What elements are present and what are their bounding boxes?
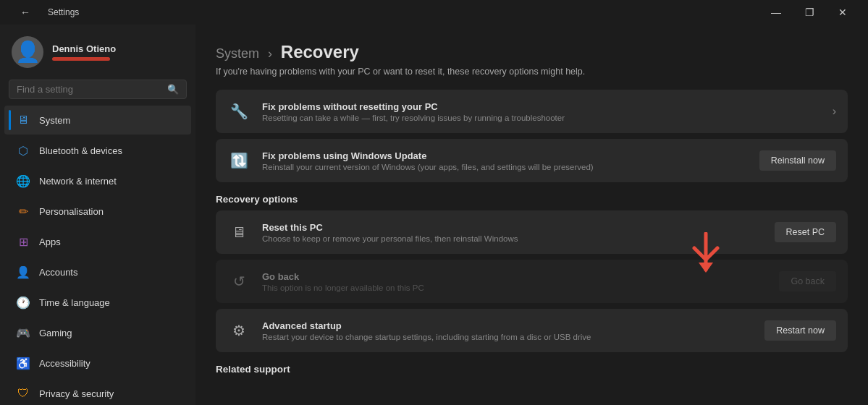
sidebar-item-label: Bluetooth & devices (39, 145, 122, 156)
reset-pc-card[interactable]: 🖥 Reset this PC Choose to keep or remove… (216, 210, 848, 254)
sidebar-item-time[interactable]: 🕐 Time & language (4, 288, 191, 317)
titlebar-left: ← Settings (9, 0, 759, 25)
breadcrumb-parent: System (216, 46, 259, 61)
chevron-right-icon: › (833, 105, 836, 117)
sidebar-item-label: Time & language (39, 297, 110, 308)
go-back-action: Go back (779, 271, 836, 291)
go-back-title: Go back (262, 271, 767, 282)
gaming-icon: 🎮 (16, 325, 30, 340)
accessibility-icon: ♿ (16, 356, 30, 370)
fix-pc-action: › (833, 105, 836, 118)
fix-update-title: Fix problems using Windows Update (262, 150, 748, 161)
personalisation-icon: ✏ (16, 204, 30, 218)
titlebar: ← Settings — ❐ ✕ (0, 0, 868, 25)
time-icon: 🕐 (16, 295, 30, 310)
sidebar-item-label: Accounts (39, 267, 77, 278)
reinstall-now-action: Reinstall now (759, 150, 836, 171)
sidebar-item-accounts[interactable]: 👤 Accounts (4, 257, 191, 286)
reset-pc-text: Reset this PC Choose to keep or remove y… (262, 222, 763, 243)
breadcrumb: System › Recovery (216, 42, 848, 62)
main-content: System › Recovery If you're having probl… (195, 25, 868, 405)
sidebar-item-label: Apps (39, 236, 61, 247)
sidebar-item-system[interactable]: 🖥 System (4, 106, 191, 135)
apps-icon: ⊞ (16, 234, 30, 249)
page-title: Recovery (281, 42, 359, 61)
page-subtitle: If you're having problems with your PC o… (216, 67, 848, 77)
sidebar-item-privacy[interactable]: 🛡 Privacy & security (4, 379, 191, 405)
window-controls: — ❐ ✕ (759, 0, 859, 25)
sidebar-item-gaming[interactable]: 🎮 Gaming (4, 318, 191, 347)
user-name: Dennis Otieno (52, 43, 116, 54)
restore-button[interactable]: ❐ (793, 0, 826, 25)
advanced-startup-card[interactable]: ⚙ Advanced startup Restart your device t… (216, 309, 848, 352)
fix-pc-card[interactable]: 🔧 Fix problems without resetting your PC… (216, 90, 848, 133)
app-body: 👤 Dennis Otieno 🔍 🖥 System ⬡ Bluetooth &… (0, 25, 868, 405)
breadcrumb-separator: › (268, 46, 272, 61)
reset-pc-action: Reset PC (775, 222, 837, 242)
fix-update-subtitle: Reinstall your current version of Window… (262, 163, 748, 171)
advanced-startup-icon: ⚙ (227, 319, 250, 342)
fix-pc-subtitle: Resetting can take a while — first, try … (262, 114, 821, 122)
sidebar-item-accessibility[interactable]: ♿ Accessibility (4, 349, 191, 378)
privacy-icon: 🛡 (16, 386, 30, 401)
sidebar-item-apps[interactable]: ⊞ Apps (4, 227, 191, 256)
accounts-icon: 👤 (16, 265, 30, 279)
user-profile[interactable]: 👤 Dennis Otieno (0, 25, 195, 77)
sidebar: 👤 Dennis Otieno 🔍 🖥 System ⬡ Bluetooth &… (0, 25, 195, 405)
restart-now-button[interactable]: Restart now (764, 320, 836, 341)
avatar: 👤 (12, 36, 43, 68)
reset-pc-title: Reset this PC (262, 222, 763, 233)
sidebar-item-bluetooth[interactable]: ⬡ Bluetooth & devices (4, 136, 191, 165)
advanced-startup-text: Advanced startup Restart your device to … (262, 320, 753, 341)
fix-update-card[interactable]: 🔃 Fix problems using Windows Update Rein… (216, 139, 848, 182)
close-button[interactable]: ✕ (826, 0, 859, 25)
fix-update-text: Fix problems using Windows Update Reinst… (262, 150, 748, 171)
fix-update-icon: 🔃 (227, 149, 250, 172)
sidebar-item-label: Privacy & security (39, 388, 114, 399)
back-button[interactable]: ← (9, 0, 42, 25)
advanced-startup-title: Advanced startup (262, 320, 753, 331)
reset-pc-icon: 🖥 (227, 221, 250, 244)
go-back-subtitle: This option is no longer available on th… (262, 284, 767, 292)
sidebar-item-label: Personalisation (39, 206, 104, 217)
go-back-card[interactable]: ↺ Go back This option is no longer avail… (216, 260, 848, 303)
user-info: Dennis Otieno (52, 43, 116, 61)
related-support-title: Related support (216, 364, 848, 375)
sidebar-item-label: System (39, 115, 70, 126)
user-bar (52, 57, 110, 61)
go-back-icon: ↺ (227, 270, 250, 293)
search-input[interactable] (17, 84, 161, 95)
restart-now-action: Restart now (764, 320, 836, 341)
reset-pc-subtitle: Choose to keep or remove your personal f… (262, 234, 763, 243)
fix-pc-title: Fix problems without resetting your PC (262, 101, 821, 112)
network-icon: 🌐 (16, 174, 30, 188)
app-title: Settings (48, 7, 79, 17)
sidebar-item-label: Gaming (39, 328, 72, 338)
go-back-button[interactable]: Go back (779, 271, 836, 291)
go-back-text: Go back This option is no longer availab… (262, 271, 767, 292)
reset-pc-button[interactable]: Reset PC (775, 222, 837, 242)
avatar-icon: 👤 (15, 42, 41, 62)
reinstall-now-button[interactable]: Reinstall now (759, 150, 836, 171)
sidebar-item-network[interactable]: 🌐 Network & internet (4, 166, 191, 195)
sidebar-item-label: Accessibility (39, 358, 90, 369)
sidebar-item-label: Network & internet (39, 176, 117, 187)
sidebar-item-personalisation[interactable]: ✏ Personalisation (4, 197, 191, 226)
system-icon: 🖥 (16, 113, 30, 127)
search-icon: 🔍 (167, 84, 179, 95)
advanced-startup-subtitle: Restart your device to change startup se… (262, 333, 753, 341)
minimize-button[interactable]: — (759, 0, 793, 25)
recovery-options-title: Recovery options (216, 194, 848, 205)
recovery-options: 🖥 Reset this PC Choose to keep or remove… (216, 210, 848, 352)
fix-pc-icon: 🔧 (227, 100, 250, 123)
fix-pc-text: Fix problems without resetting your PC R… (262, 101, 821, 122)
bluetooth-icon: ⬡ (16, 143, 30, 158)
search-box[interactable]: 🔍 (9, 80, 187, 99)
